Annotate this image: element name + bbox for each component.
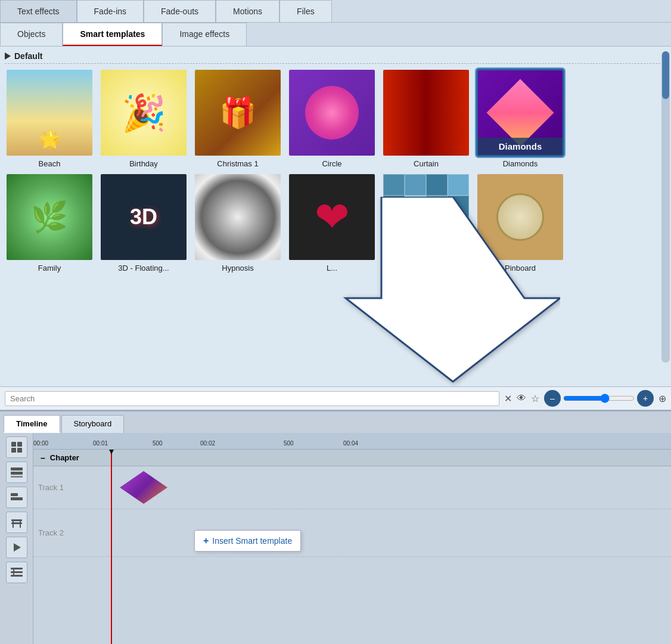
template-item-hypnosis[interactable]: Hypnosis xyxy=(193,173,282,273)
zoom-slider[interactable] xyxy=(563,394,635,403)
template-item-curtain[interactable]: Curtain xyxy=(381,69,471,168)
toolbar-btn-3[interactable] xyxy=(6,487,27,508)
scrollbar[interactable] xyxy=(661,51,670,363)
template-item-love[interactable]: ❤ L... xyxy=(287,173,377,273)
template-item-mosaic[interactable]: Mosaic xyxy=(381,173,471,273)
collapse-icon[interactable] xyxy=(5,52,11,60)
template-label-mosaic: Mosaic xyxy=(414,264,438,273)
section-header: Default xyxy=(5,51,666,64)
svg-rect-3 xyxy=(17,448,22,453)
search-settings-icon[interactable]: ⊕ xyxy=(658,393,666,404)
zoom-out-button[interactable]: – xyxy=(544,390,561,407)
timeline-body: 00:00 00:01 500 00:02 500 00:04 – Chapte… xyxy=(0,433,671,644)
chapter-label: Chapter xyxy=(50,453,79,462)
playhead[interactable] xyxy=(111,450,112,644)
track-template-diamonds[interactable] xyxy=(120,471,167,504)
search-input[interactable] xyxy=(5,391,499,406)
template-label-beach: Beach xyxy=(39,159,61,168)
grid-icon xyxy=(10,441,23,454)
template-thumb-diamonds[interactable]: Diamonds xyxy=(476,69,564,157)
insert-tooltip: + Insert Smart template xyxy=(194,530,301,552)
coin-shape xyxy=(496,193,544,241)
svg-rect-5 xyxy=(11,472,23,475)
template-item-pinboard[interactable]: Pinboard xyxy=(476,173,565,273)
template-thumb-3d[interactable]: 3D xyxy=(100,173,188,261)
template-item-christmas[interactable]: 🎁 Christmas 1 xyxy=(193,69,282,168)
tab-fade-ins[interactable]: Fade-ins xyxy=(77,0,144,22)
content-area: Default 🌟 Beach 🎉 Birthday xyxy=(0,47,671,386)
zoom-slider-container: – + xyxy=(544,390,654,407)
tab-timeline[interactable]: Timeline xyxy=(4,415,60,433)
christmas-thumbnail: 🎁 xyxy=(195,70,281,156)
track-area: – Chapter Track 1 Track 2 xyxy=(33,450,671,644)
family-thumbnail: 🌿 xyxy=(7,174,92,260)
template-grid: 🌟 Beach 🎉 Birthday 🎁 xyxy=(5,69,666,273)
insert-label: Insert xyxy=(212,536,233,546)
birthday-thumbnail: 🎉 xyxy=(101,70,187,156)
template-label-circle: Circle xyxy=(322,159,341,168)
template-thumb-christmas[interactable]: 🎁 xyxy=(194,69,282,157)
circle-thumbnail xyxy=(289,70,375,156)
template-thumb-mosaic[interactable] xyxy=(382,173,470,261)
section-title: Default xyxy=(14,51,42,61)
diamonds-overlay-label: Diamonds xyxy=(478,138,563,155)
left-toolbar xyxy=(0,433,33,644)
curtain-thumbnail xyxy=(383,70,469,156)
template-thumb-birthday[interactable]: 🎉 xyxy=(100,69,188,157)
time-ruler: 00:00 00:01 500 00:02 500 00:04 xyxy=(33,433,671,450)
template-label-christmas: Christmas 1 xyxy=(217,159,258,168)
template-thumb-beach[interactable]: 🌟 xyxy=(5,69,94,157)
tab-fade-outs[interactable]: Fade-outs xyxy=(144,0,216,22)
toolbar-btn-1[interactable] xyxy=(6,436,27,458)
scissors-icon xyxy=(10,566,23,579)
template-thumb-love[interactable]: ❤ xyxy=(288,173,376,261)
mosaic-thumbnail xyxy=(383,174,469,260)
template-label-pinboard: Pinboard xyxy=(505,264,536,273)
search-bar: ✕ 👁 ☆ – + ⊕ xyxy=(0,386,671,410)
template-thumb-curtain[interactable] xyxy=(382,69,470,157)
clear-search-button[interactable]: ✕ xyxy=(504,393,512,404)
template-thumb-circle[interactable] xyxy=(288,69,376,157)
chapter-row: – Chapter xyxy=(33,450,671,466)
toolbar-btn-play[interactable] xyxy=(6,537,27,558)
eye-icon[interactable]: 👁 xyxy=(517,393,526,404)
template-item-family[interactable]: 🌿 Family xyxy=(5,173,94,273)
timeline-main: 00:00 00:01 500 00:02 500 00:04 – Chapte… xyxy=(33,433,671,644)
svg-rect-8 xyxy=(11,497,23,500)
toolbar-btn-4[interactable] xyxy=(6,512,27,533)
track-2-row: Track 2 xyxy=(33,509,671,557)
timeline-tabs: Timeline Storyboard xyxy=(0,411,671,433)
template-thumb-pinboard[interactable] xyxy=(476,173,564,261)
tab-image-effects[interactable]: Image effects xyxy=(162,23,247,46)
hypnosis-thumbnail xyxy=(195,174,281,260)
template-thumb-hypnosis[interactable] xyxy=(194,173,282,261)
template-item-birthday[interactable]: 🎉 Birthday xyxy=(99,69,188,168)
tab-text-effects[interactable]: Text effects xyxy=(0,0,77,22)
svg-rect-1 xyxy=(17,442,22,447)
toolbar-btn-2[interactable] xyxy=(6,462,27,483)
tab-storyboard[interactable]: Storyboard xyxy=(61,415,125,433)
template-item-diamonds[interactable]: Diamonds Diamonds xyxy=(476,69,565,168)
diamond-track-shape xyxy=(120,471,167,504)
template-item-circle[interactable]: Circle xyxy=(287,69,377,168)
zoom-in-button[interactable]: + xyxy=(637,390,654,407)
toolbar-btn-5[interactable] xyxy=(6,562,27,583)
tab-files[interactable]: Files xyxy=(279,0,332,22)
tab-row-2: Objects Smart templates Image effects xyxy=(0,23,671,47)
svg-rect-7 xyxy=(11,493,18,496)
tab-row-1: Text effects Fade-ins Fade-outs Motions … xyxy=(0,0,671,23)
scrollbar-thumb[interactable] xyxy=(662,51,669,99)
play-icon xyxy=(12,543,21,552)
track-1-label: Track 1 xyxy=(38,483,64,492)
tab-motions[interactable]: Motions xyxy=(216,0,279,22)
template-item-beach[interactable]: 🌟 Beach xyxy=(5,69,94,168)
template-label-curtain: Curtain xyxy=(414,159,439,168)
template-item-3d[interactable]: 3D 3D - Floating... xyxy=(99,173,188,273)
svg-rect-6 xyxy=(11,476,23,478)
template-thumb-family[interactable]: 🌿 xyxy=(5,173,94,261)
heart-shape: ❤ xyxy=(315,193,350,242)
tab-smart-templates[interactable]: Smart templates xyxy=(63,23,162,46)
insert-smart-template-label: Smart template xyxy=(235,536,292,546)
tab-objects[interactable]: Objects xyxy=(0,23,63,46)
star-icon[interactable]: ☆ xyxy=(531,393,539,404)
